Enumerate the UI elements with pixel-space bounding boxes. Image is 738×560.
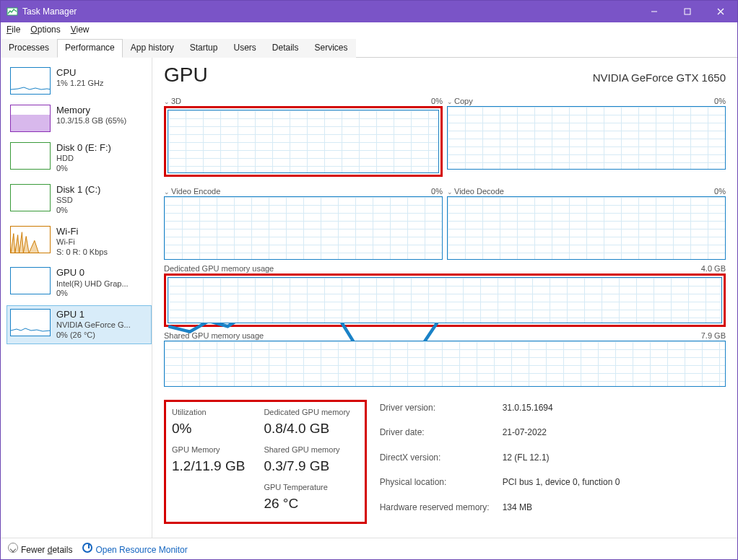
highlight-3d bbox=[164, 106, 443, 177]
tab-startup[interactable]: Startup bbox=[182, 39, 226, 58]
sidebar-item-gpu0[interactable]: GPU 0Intel(R) UHD Grap...0% bbox=[6, 263, 152, 302]
chart-dedicated-mem[interactable] bbox=[168, 277, 722, 323]
cpu-thumb-icon bbox=[10, 67, 51, 95]
tab-details[interactable]: Details bbox=[264, 39, 307, 58]
tab-users[interactable]: Users bbox=[225, 39, 264, 58]
page-title: GPU bbox=[164, 64, 208, 87]
tab-services[interactable]: Services bbox=[307, 39, 356, 58]
memory-thumb-icon bbox=[10, 105, 51, 132]
disk-thumb-icon bbox=[10, 184, 51, 211]
svg-rect-2 bbox=[685, 9, 690, 14]
tab-performance[interactable]: Performance bbox=[57, 39, 123, 58]
disk-thumb-icon bbox=[10, 142, 51, 170]
gpu-thumb-icon bbox=[10, 309, 51, 336]
sidebar-item-cpu[interactable]: CPU1% 1.21 GHz bbox=[6, 64, 152, 98]
tabstrip: Processes Performance App history Startu… bbox=[1, 38, 737, 58]
chevron-up-icon bbox=[8, 543, 18, 553]
menu-file[interactable]: File bbox=[6, 25, 20, 35]
maximize-button[interactable] bbox=[671, 1, 704, 22]
sidebar-item-memory[interactable]: Memory10.3/15.8 GB (65%) bbox=[6, 101, 152, 136]
minimize-button[interactable] bbox=[638, 1, 671, 22]
menu-view[interactable]: View bbox=[71, 25, 90, 35]
sidebar-item-gpu1[interactable]: GPU 1NVIDIA GeForce G...0% (26 °C) bbox=[6, 305, 152, 344]
engine-3d-label[interactable]: ⌄3D bbox=[164, 97, 181, 105]
sidebar-item-disk0[interactable]: Disk 0 (E: F:)HDD0% bbox=[6, 139, 152, 178]
tab-app-history[interactable]: App history bbox=[123, 39, 182, 58]
wifi-thumb-icon bbox=[10, 226, 51, 253]
menu-options[interactable]: Options bbox=[30, 25, 60, 35]
performance-sidebar: CPU1% 1.21 GHz Memory10.3/15.8 GB (65%) … bbox=[1, 58, 152, 538]
chart-copy[interactable] bbox=[447, 106, 726, 170]
close-button[interactable] bbox=[704, 1, 737, 22]
window-title: Task Manager bbox=[22, 6, 638, 17]
resource-monitor-icon bbox=[82, 543, 92, 553]
gpu-detail-panel: GPU NVIDIA GeForce GTX 1650 ⌄3D0% ⌄Copy0… bbox=[152, 58, 737, 538]
sidebar-item-disk1[interactable]: Disk 1 (C:)SSD0% bbox=[6, 180, 152, 219]
device-name: NVIDIA GeForce GTX 1650 bbox=[593, 71, 726, 84]
task-manager-window: Task Manager File Options View Processes… bbox=[0, 0, 738, 560]
chart-video-decode[interactable] bbox=[447, 196, 726, 260]
fewer-details-button[interactable]: Fewer details bbox=[8, 543, 72, 555]
chart-shared-mem[interactable] bbox=[164, 341, 726, 387]
tab-processes[interactable]: Processes bbox=[1, 39, 57, 58]
gpu-thumb-icon bbox=[10, 267, 51, 294]
highlight-dedicated-mem bbox=[164, 274, 726, 327]
chart-3d[interactable] bbox=[168, 110, 439, 173]
menubar: File Options View bbox=[1, 22, 737, 37]
app-icon bbox=[6, 6, 18, 17]
footer: Fewer details Open Resource Monitor bbox=[1, 538, 737, 559]
open-resource-monitor-link[interactable]: Open Resource Monitor bbox=[82, 543, 187, 555]
chart-video-encode[interactable] bbox=[164, 196, 443, 260]
engine-copy-label[interactable]: ⌄Copy bbox=[447, 97, 473, 105]
sidebar-item-wifi[interactable]: Wi-FiWi-FiS: 0 R: 0 Kbps bbox=[6, 222, 152, 261]
titlebar[interactable]: Task Manager bbox=[1, 1, 737, 22]
